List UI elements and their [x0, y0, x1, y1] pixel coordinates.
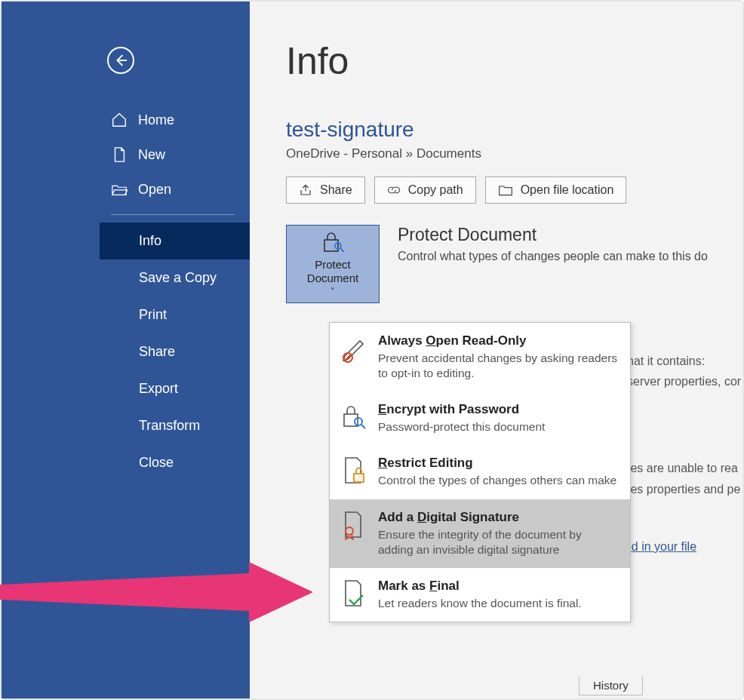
sidebar-item-open[interactable]: Open	[100, 172, 250, 207]
sidebar-item-new[interactable]: New	[100, 137, 250, 172]
sidebar: Home New Open Info Save a Copy Print	[2, 2, 250, 698]
button-label: Open file location	[521, 183, 614, 197]
document-ribbon-icon	[340, 510, 367, 540]
share-icon	[299, 183, 312, 197]
sidebar-label: Close	[139, 455, 174, 471]
button-label: Share	[320, 183, 352, 197]
protect-section-body: Protect Document Control what types of c…	[398, 225, 708, 303]
history-tab-fragment: History	[579, 677, 643, 695]
sidebar-label: Save a Copy	[139, 270, 217, 286]
sidebar-label: Info	[139, 233, 161, 249]
menu-item-restrict[interactable]: Restrict Editing Control the types of ch…	[330, 445, 630, 499]
menu-item-read-only[interactable]: Always Open Read-Only Prevent accidental…	[330, 323, 630, 391]
sidebar-label: Share	[139, 344, 175, 360]
menu-item-desc: Password-protect this document	[378, 419, 545, 434]
action-row: Share Copy path Open file location	[286, 177, 742, 204]
menu-item-mark-final[interactable]: Mark as Final Let readers know the docum…	[330, 568, 630, 622]
lock-key-icon	[320, 231, 346, 253]
open-location-button[interactable]: Open file location	[485, 177, 627, 204]
sidebar-label: Print	[139, 307, 167, 323]
sidebar-item-share[interactable]: Share	[100, 333, 250, 370]
sidebar-label: Open	[138, 182, 171, 198]
folder-icon	[498, 183, 513, 197]
document-lock-icon	[340, 456, 367, 486]
document-check-icon	[340, 579, 367, 609]
sidebar-item-print[interactable]: Print	[100, 296, 250, 333]
sidebar-item-info[interactable]: Info	[100, 223, 250, 259]
menu-item-encrypt[interactable]: Encrypt with Password Password-protect t…	[330, 391, 630, 445]
menu-item-title: Encrypt with Password	[378, 402, 545, 417]
home-icon	[111, 112, 128, 128]
menu-item-desc: Control the types of changes others can …	[378, 473, 616, 488]
menu-item-desc: Prevent accidental changes by asking rea…	[378, 351, 618, 381]
pencil-forbidden-icon	[340, 333, 367, 364]
chevron-down-icon: ˅	[330, 287, 335, 296]
secondary-nav: Info Save a Copy Print Share Export Tran…	[100, 223, 250, 481]
menu-item-desc: Ensure the integrity of the document by …	[378, 527, 618, 557]
back-arrow-icon	[112, 52, 129, 69]
svg-point-5	[355, 418, 362, 425]
menu-item-digital-signature[interactable]: Add a Digital Signature Ensure the integ…	[330, 499, 630, 568]
sidebar-label: New	[138, 147, 165, 163]
link-icon	[387, 183, 401, 197]
page-heading: Info	[286, 39, 742, 83]
section-title: Protect Document	[398, 225, 708, 245]
svg-rect-0	[324, 240, 338, 251]
sidebar-item-export[interactable]: Export	[100, 370, 250, 407]
menu-item-title: Restrict Editing	[378, 456, 616, 471]
share-button[interactable]: Share	[286, 177, 365, 204]
menu-item-desc: Let readers know the document is final.	[378, 596, 582, 611]
protect-section: Protect Document ˅ Protect Document Cont…	[286, 225, 742, 303]
back-button[interactable]	[107, 47, 134, 74]
sidebar-divider	[111, 214, 235, 215]
svg-point-7	[346, 527, 353, 535]
svg-rect-6	[354, 474, 364, 482]
sidebar-label: Home	[138, 112, 174, 128]
lock-key-icon	[340, 402, 367, 432]
protect-document-menu: Always Open Read-Only Prevent accidental…	[329, 322, 631, 622]
button-label: Copy path	[408, 183, 463, 197]
sidebar-item-close[interactable]: Close	[100, 444, 250, 481]
new-doc-icon	[111, 146, 128, 163]
menu-item-title: Add a Digital Signature	[378, 510, 618, 525]
breadcrumb[interactable]: OneDrive - Personal » Documents	[286, 146, 742, 161]
folder-open-icon	[111, 181, 128, 198]
sidebar-label: Transform	[139, 418, 200, 434]
section-desc: Control what types of changes people can…	[398, 250, 708, 263]
protect-document-button[interactable]: Protect Document ˅	[286, 225, 380, 303]
menu-item-title: Mark as Final	[378, 579, 582, 594]
menu-item-title: Always Open Read-Only	[378, 333, 618, 348]
sidebar-item-transform[interactable]: Transform	[100, 407, 250, 444]
button-label: Protect Document	[290, 258, 376, 285]
sidebar-item-home[interactable]: Home	[100, 103, 250, 137]
sidebar-label: Export	[139, 381, 178, 397]
sidebar-item-save-copy[interactable]: Save a Copy	[100, 259, 250, 296]
copy-path-button[interactable]: Copy path	[374, 177, 476, 204]
document-title[interactable]: test-signature	[286, 118, 742, 142]
